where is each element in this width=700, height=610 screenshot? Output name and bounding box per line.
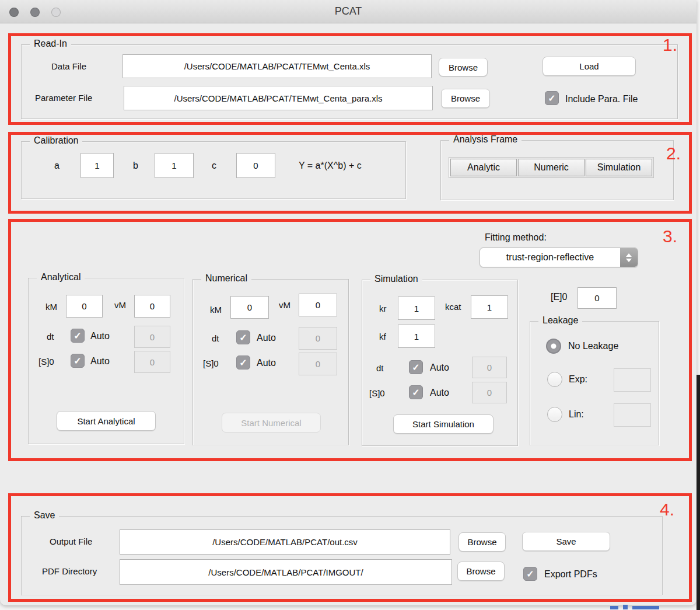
annotation-number-2: 2. (666, 144, 681, 163)
lin-leakage-radio[interactable] (547, 407, 562, 422)
analytical-panel-title: Analytical (37, 272, 85, 283)
tab-simulation[interactable]: Simulation (586, 159, 652, 176)
analytical-dt-auto-label: Auto (90, 331, 110, 341)
browse-data-file-button[interactable]: Browse (439, 58, 488, 76)
browse-pdf-button[interactable]: Browse (457, 562, 505, 581)
lin-leakage-input[interactable] (614, 403, 651, 427)
analytical-km-input[interactable]: 0 (66, 295, 103, 318)
parameter-file-label: Parameter File (35, 93, 92, 103)
browse-output-button[interactable]: Browse (459, 532, 506, 552)
fitting-method-select[interactable]: trust-region-reflective (480, 248, 638, 267)
calibration-c-label: c (212, 161, 216, 171)
analytical-dt-label: dt (47, 332, 54, 341)
browse-parameter-file-button[interactable]: Browse (441, 89, 490, 108)
export-pdfs-checkbox[interactable]: ✓ (523, 567, 537, 581)
exp-leakage-label: Exp: (569, 374, 587, 385)
checkmark-icon: ✓ (74, 330, 81, 341)
read-in-panel-title: Read-In (30, 39, 71, 49)
load-button[interactable]: Load (542, 57, 636, 76)
calibration-b-label: b (133, 161, 138, 171)
numerical-dt-label: dt (212, 333, 219, 343)
simulation-s0-auto-checkbox[interactable]: ✓ (409, 385, 423, 399)
no-leakage-radio[interactable] (546, 339, 561, 354)
simulation-dt-auto-label: Auto (430, 362, 449, 373)
start-analytical-button[interactable]: Start Analytical (57, 411, 156, 431)
data-file-label: Data File (51, 61, 86, 71)
window-title: PCAT (0, 5, 696, 18)
annotation-number-4: 4. (660, 500, 674, 520)
checkmark-icon: ✓ (239, 332, 247, 343)
lin-leakage-label: Lin: (569, 409, 584, 420)
numerical-dt-auto-checkbox[interactable]: ✓ (236, 330, 250, 344)
include-para-checkbox[interactable]: ✓ (545, 91, 559, 105)
background-artifact (623, 605, 628, 609)
simulation-s0-label: [S]0 (369, 388, 385, 398)
save-button[interactable]: Save (522, 532, 610, 551)
calibration-a-input[interactable]: 1 (80, 153, 114, 178)
pdf-directory-input[interactable]: /Users/CODE/MATLAB/PCAT/IMGOUT/ (120, 559, 452, 585)
save-panel-title: Save (30, 510, 59, 521)
analysis-frame-panel-title: Analysis Frame (449, 134, 522, 145)
numerical-s0-input: 0 (299, 353, 337, 375)
checkmark-icon: ✓ (412, 387, 419, 398)
numerical-s0-auto-checkbox[interactable]: ✓ (236, 355, 250, 370)
numerical-vm-input[interactable]: 0 (299, 294, 337, 316)
output-file-label: Output File (50, 536, 92, 546)
analytical-dt-input: 0 (134, 326, 170, 348)
analysis-frame-tabs: Analytic Numeric Simulation (449, 157, 654, 178)
leakage-panel-title: Leakage (538, 315, 582, 326)
numerical-dt-input: 0 (299, 327, 337, 350)
analytical-s0-label: [S]0 (38, 357, 54, 367)
tab-analytic[interactable]: Analytic (450, 159, 517, 176)
simulation-dt-label: dt (376, 363, 384, 373)
start-simulation-button[interactable]: Start Simulation (393, 414, 494, 434)
dropdown-stepper-icon (620, 248, 638, 267)
background-window-edge (696, 375, 700, 610)
annotation-number-3: 3. (663, 226, 677, 246)
background-artifact (610, 606, 618, 609)
simulation-s0-auto-label: Auto (430, 388, 449, 398)
simulation-kf-input[interactable]: 1 (398, 325, 435, 348)
calibration-b-input[interactable]: 1 (155, 153, 194, 178)
simulation-kcat-input[interactable]: 1 (471, 295, 508, 319)
checkmark-icon: ✓ (548, 93, 555, 104)
numerical-vm-label: vM (279, 300, 290, 310)
app-window: PCAT Read-In Data File /Users/CODE/MATLA… (0, 0, 696, 605)
numerical-km-label: kM (210, 305, 222, 315)
output-file-input[interactable]: /Users/CODE/MATLAB/PCAT/out.csv (120, 529, 450, 555)
simulation-dt-auto-checkbox[interactable]: ✓ (409, 360, 423, 374)
numerical-km-input[interactable]: 0 (230, 296, 269, 319)
annotation-number-1: 1. (663, 35, 677, 55)
simulation-kr-input[interactable]: 1 (398, 297, 435, 320)
data-file-input[interactable]: /Users/CODE/MATLAB/PCAT/TEMwt_Centa.xls (123, 54, 432, 78)
numerical-s0-auto-label: Auto (257, 358, 276, 368)
include-para-label: Include Para. File (565, 94, 638, 104)
parameter-file-input[interactable]: /Users/CODE/MATLAB/PCAT/TEMwt_Centa_para… (124, 86, 433, 110)
e0-input[interactable]: 0 (578, 287, 617, 309)
analytical-s0-auto-label: Auto (90, 356, 110, 367)
pdf-directory-label: PDF Directory (42, 566, 97, 576)
calibration-c-input[interactable]: 0 (236, 153, 275, 178)
no-leakage-label: No Leakage (568, 341, 618, 351)
simulation-s0-input: 0 (472, 382, 507, 403)
numerical-s0-label: [S]0 (203, 358, 219, 368)
analytical-s0-auto-checkbox[interactable]: ✓ (71, 354, 85, 368)
tab-numeric[interactable]: Numeric (518, 159, 584, 176)
analytical-dt-auto-checkbox[interactable]: ✓ (71, 329, 85, 343)
simulation-kr-label: kr (379, 304, 387, 313)
e0-label: [E]0 (551, 292, 567, 302)
analytical-km-label: kM (46, 302, 57, 312)
numerical-dt-auto-label: Auto (257, 333, 276, 343)
start-numerical-button: Start Numerical (222, 413, 321, 433)
simulation-dt-input: 0 (472, 357, 507, 378)
title-bar: PCAT (0, 0, 696, 23)
checkmark-icon: ✓ (239, 357, 247, 368)
fitting-method-value: trust-region-reflective (480, 248, 620, 267)
background-artifact (632, 606, 659, 609)
exp-leakage-input[interactable] (614, 368, 651, 392)
simulation-kcat-label: kcat (445, 302, 461, 312)
simulation-panel-title: Simulation (370, 274, 422, 284)
calibration-panel-title: Calibration (30, 135, 82, 146)
analytical-vm-input[interactable]: 0 (134, 295, 170, 318)
exp-leakage-radio[interactable] (547, 372, 562, 387)
